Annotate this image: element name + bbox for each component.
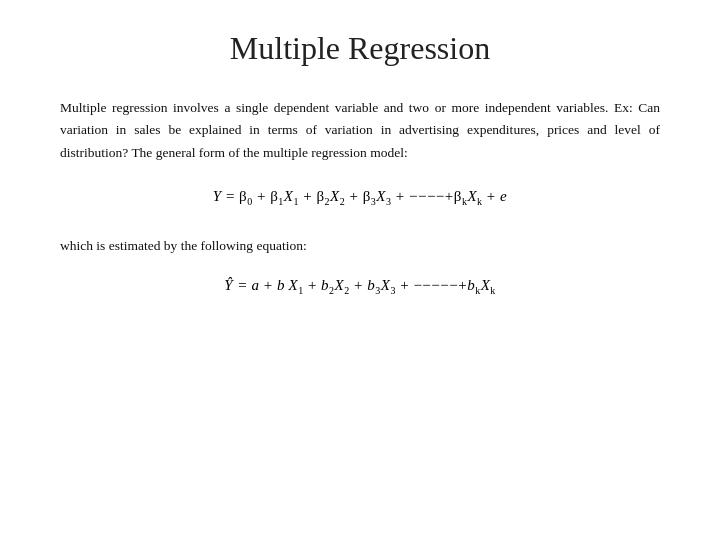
- page-title: Multiple Regression: [230, 30, 490, 67]
- main-page: Multiple Regression Multiple regression …: [0, 0, 720, 540]
- equation-1: Y = β0 + β1X1 + β2X2 + β3X3 + −−−−+βkXk …: [213, 188, 507, 204]
- equation-1-block: Y = β0 + β1X1 + β2X2 + β3X3 + −−−−+βkXk …: [60, 188, 660, 207]
- which-paragraph: which is estimated by the following equa…: [60, 235, 660, 257]
- intro-paragraph: Multiple regression involves a single de…: [60, 97, 660, 164]
- equation-2: Ŷ = a + b X1 + b2X2 + b3X3 + −−−−−+bkXk: [224, 277, 496, 293]
- equation-2-block: Ŷ = a + b X1 + b2X2 + b3X3 + −−−−−+bkXk: [60, 277, 660, 296]
- content-area: Multiple regression involves a single de…: [60, 97, 660, 324]
